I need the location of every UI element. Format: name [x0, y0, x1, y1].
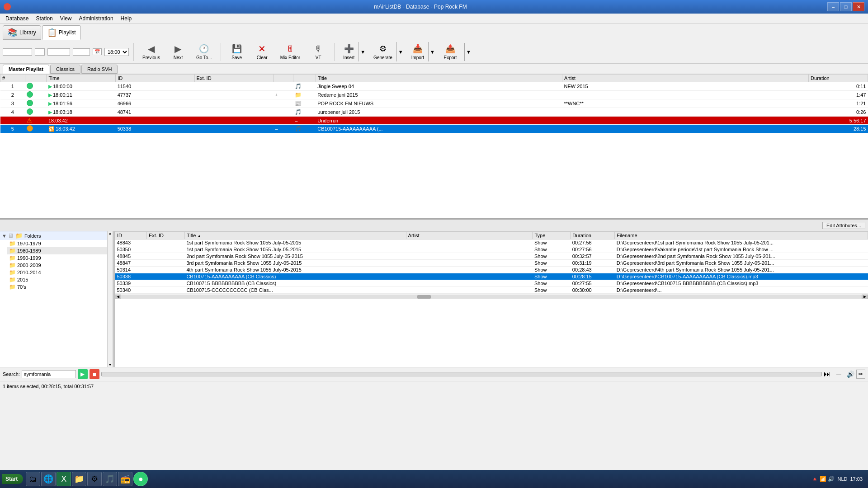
col-header-extid: Ext. ID	[194, 75, 273, 82]
playlist-table: # Time ID Ext. ID Title Artist Duration …	[0, 74, 868, 133]
file-col-filename[interactable]: Filename	[615, 232, 868, 239]
taskbar-icon-explorer[interactable]: 🗂	[26, 472, 40, 486]
playlist-row-selected[interactable]: 5 🔁18:03:42 50338 – 🎵 CB100715-AAAAAAAAA…	[0, 125, 868, 133]
row-id: 47737	[116, 91, 194, 99]
playlist-row[interactable]: 1 ▶18:00:00 11540 🎵 Jingle Sweep 04 NEW …	[0, 82, 868, 91]
row-expand: –	[274, 125, 293, 133]
scroll-left-btn[interactable]: ◀	[115, 295, 121, 299]
playlist-row[interactable]: 2 ▶18:00:11 47737 + 📁 Redame juni 2015 1…	[0, 91, 868, 99]
edit-button[interactable]: ✏	[856, 370, 865, 379]
file-row[interactable]: 48847 3rd part Symfomania Rock Show 1055…	[115, 260, 868, 267]
calendar-button[interactable]: 📅	[93, 48, 102, 55]
file-col-type[interactable]: Type	[533, 232, 571, 239]
file-col-title[interactable]: Title ▲	[184, 232, 406, 239]
menu-database[interactable]: Database	[2, 14, 32, 23]
file-col-artist[interactable]: Artist	[406, 232, 533, 239]
progress-bar[interactable]	[101, 372, 822, 376]
menu-view[interactable]: View	[57, 14, 75, 23]
file-row[interactable]: 50314 4th part Symfomania Rock Show 1055…	[115, 267, 868, 273]
skip-to-end-button[interactable]: ⏭	[824, 370, 831, 378]
file-col-duration[interactable]: Duration	[571, 232, 615, 239]
scroll-right-btn[interactable]: ▶	[862, 295, 868, 299]
file-row-selected[interactable]: 50338 CB100715-AAAAAAAAAA (CB Classics) …	[115, 273, 868, 280]
export-button[interactable]: 📤 Export	[439, 42, 462, 61]
maximize-button[interactable]: □	[840, 2, 852, 11]
folder-item-1990[interactable]: 📁 1990-1999	[7, 254, 113, 262]
tab-radio-svh[interactable]: Radio SVH	[81, 65, 118, 74]
folder-item-70s[interactable]: 📁 70's	[7, 283, 113, 291]
taskbar-icon-app2[interactable]: 📻	[118, 472, 132, 486]
tab-library[interactable]: 📚 Library	[3, 25, 41, 40]
month-input[interactable]: juli	[47, 48, 70, 56]
taskbar-icon-folder[interactable]: 📁	[72, 472, 86, 486]
taskbar-icon-ie[interactable]: 🌐	[41, 472, 56, 486]
folder-item-2015[interactable]: 📁 2015	[7, 276, 113, 283]
tab-classics[interactable]: Classics	[50, 65, 80, 74]
generate-dropdown-arrow[interactable]: ▼	[396, 42, 405, 61]
folder-item-1980[interactable]: 📁 1980-1989	[7, 247, 113, 254]
next-button[interactable]: ▶ Next	[167, 42, 189, 61]
mix-editor-button[interactable]: 🎚 Mix Editor	[276, 42, 304, 61]
scroll-track[interactable]	[121, 295, 862, 299]
generate-button[interactable]: ⚙ Generate	[369, 42, 396, 61]
folder-root-item[interactable]: ▼ 🖥 📁 Folders ▲ ▼	[0, 231, 113, 240]
taskbar-icon-app3[interactable]: ●	[133, 472, 148, 486]
taskbar-icon-app1[interactable]: 🎵	[103, 472, 117, 486]
day-input[interactable]: zaterdag	[3, 48, 32, 56]
export-dropdown-arrow[interactable]: ▼	[464, 43, 472, 61]
menu-administration[interactable]: Administration	[75, 14, 117, 23]
row-id: 46966	[116, 99, 194, 108]
file-row[interactable]: 48843 1st part Symfomania Rock Show 1055…	[115, 239, 868, 246]
file-artist	[406, 273, 533, 280]
save-button[interactable]: 💾 Save	[226, 42, 248, 61]
scroll-thumb[interactable]	[417, 295, 431, 299]
menu-help[interactable]: Help	[117, 14, 136, 23]
date-input[interactable]: 4	[35, 48, 45, 56]
playlist-row[interactable]: 3 ▶18:01:56 46966 📰 POP ROCK FM NIEUWS *…	[0, 99, 868, 108]
horizontal-scrollbar[interactable]: ◀ ▶	[115, 294, 868, 299]
folder-item-2000[interactable]: 📁 2000-2009	[7, 262, 113, 269]
file-filename: D:\Gepresenteerd\2nd part Symfomania Roc…	[615, 253, 868, 260]
year-input[interactable]: 2015	[73, 48, 90, 56]
playlist-row[interactable]: 4 ▶18:03:18 48741 🎵 uuropener juli 2015 …	[0, 108, 868, 117]
file-row[interactable]: 50350 1st part Symfomania Rock Show 1055…	[115, 246, 868, 253]
row-duration: 0:26	[809, 108, 868, 117]
row-extid	[194, 108, 273, 117]
import-button[interactable]: 📥 Import	[407, 42, 428, 61]
file-col-id[interactable]: ID	[115, 232, 147, 239]
edit-attributes-button[interactable]: Edit Attributes...	[822, 222, 865, 229]
start-button[interactable]: Start	[2, 474, 23, 484]
close-button[interactable]: ✕	[853, 2, 864, 11]
insert-dropdown-arrow[interactable]: ▼	[359, 42, 367, 61]
play-button[interactable]: ▶	[78, 369, 88, 379]
time-select[interactable]: 18:00	[104, 48, 129, 56]
file-duration: 00:27:56	[571, 246, 615, 253]
goto-button[interactable]: 🕐 Go To...	[192, 42, 216, 61]
folder-item-2010[interactable]: 📁 2010-2014	[7, 269, 113, 276]
tab-classics-label: Classics	[56, 66, 75, 72]
menu-station[interactable]: Station	[32, 14, 56, 23]
file-row[interactable]: 48845 2nd part Symfomania Rock Show 1055…	[115, 253, 868, 260]
file-col-extid[interactable]: Ext. ID	[146, 232, 184, 239]
tab-playlist[interactable]: 📋 Playlist	[42, 25, 81, 40]
taskbar-icon-excel[interactable]: X	[57, 472, 71, 486]
vt-button[interactable]: 🎙 VT	[307, 42, 330, 61]
folder-collapse-icon: ▼	[2, 233, 7, 239]
insert-button[interactable]: ➕ Insert	[339, 42, 359, 61]
file-row[interactable]: 50340 CB100715-CCCCCCCCCC (CB Clas... Sh…	[115, 287, 868, 294]
file-duration: 00:27:55	[571, 280, 615, 287]
minimize-button[interactable]: –	[827, 2, 839, 11]
search-input[interactable]	[22, 370, 76, 378]
file-row[interactable]: 50339 CB100715-BBBBBBBBBB (CB Classics) …	[115, 280, 868, 287]
folder-scrollbar[interactable]: ▲ ▼	[107, 231, 113, 367]
previous-button[interactable]: ◀ Previous	[138, 42, 164, 61]
tab-master-playlist[interactable]: Master Playlist	[3, 65, 49, 74]
row-type-icon: –	[293, 117, 316, 125]
import-dropdown-arrow[interactable]: ▼	[428, 42, 436, 61]
playlist-row-underrun[interactable]: ⚠ 18:03:42 – Underrun 5:56:17	[0, 117, 868, 125]
stop-button[interactable]: ■	[90, 369, 99, 379]
folder-item-1970[interactable]: 📁 1970-1979	[7, 240, 113, 247]
insert-label: Insert	[343, 55, 354, 60]
clear-button[interactable]: ✕ Clear	[251, 42, 274, 61]
taskbar-icon-settings[interactable]: ⚙	[87, 472, 102, 486]
